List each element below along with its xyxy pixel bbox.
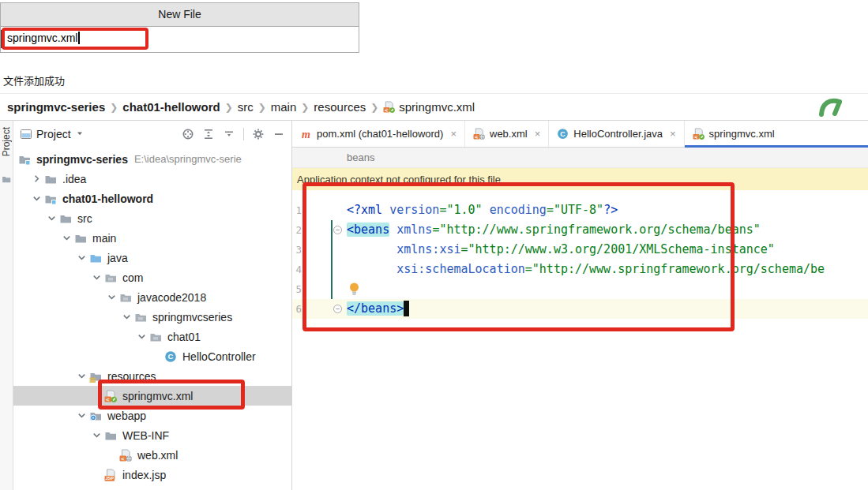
line-number: 2: [292, 220, 302, 240]
project-panel: Project springmvc-seriesE:\idea\springmv…: [13, 121, 291, 490]
chevron-expanded-icon[interactable]: [88, 271, 104, 283]
chevron-expanded-icon[interactable]: [28, 193, 44, 204]
chevron-expanded-icon[interactable]: [103, 291, 119, 303]
collapse-all-icon[interactable]: [223, 128, 235, 140]
line-number: 3: [292, 240, 302, 260]
editor: mpom.xml (chat01-helloword)×<web.xml×CHe…: [291, 121, 868, 490]
toolbar-divider: [243, 128, 244, 140]
code-line-4[interactable]: 4 xsi:schemaLocation="http://www.springf…: [292, 260, 868, 279]
tree-item-chat01[interactable]: chat01: [13, 327, 291, 346]
tree-item-web-inf[interactable]: WEB-INF: [13, 425, 291, 445]
tree-item-main[interactable]: main: [13, 228, 291, 248]
chevron-collapsed-icon[interactable]: [28, 173, 44, 185]
tree-item-chat01-helloword[interactable]: chat01-helloword: [13, 189, 291, 208]
chevron-expanded-icon[interactable]: [118, 311, 134, 323]
close-tab-icon[interactable]: ×: [670, 128, 676, 140]
tree-item-hellocontroller[interactable]: CHelloController: [13, 346, 291, 366]
xml-spring-icon: <: [693, 128, 705, 140]
green-pen-arrow-icon: [817, 95, 844, 122]
close-tab-icon[interactable]: ×: [535, 128, 541, 140]
tree-item-springmvc-xml[interactable]: <springmvc.xml: [13, 386, 291, 406]
chevron-expanded-icon[interactable]: [133, 331, 149, 342]
editor-tabs: mpom.xml (chat01-helloword)×<web.xml×CHe…: [292, 121, 868, 148]
chevron-expanded-icon[interactable]: [73, 370, 89, 382]
tree-item-com[interactable]: com: [13, 267, 291, 287]
breadcrumb-item-src[interactable]: src: [238, 100, 254, 114]
tree-item-resources[interactable]: resources: [13, 366, 291, 386]
chevron-expanded-icon[interactable]: [58, 232, 74, 244]
tree-item-springmvcseries[interactable]: springmvcseries: [13, 307, 291, 327]
code-line-5[interactable]: 5: [292, 279, 868, 299]
code-line-6[interactable]: 6−</beans>: [292, 299, 868, 319]
breadcrumb-item-main[interactable]: main: [271, 100, 297, 114]
tree-item-index-jsp[interactable]: JSPindex.jsp: [13, 465, 291, 484]
svg-text:C: C: [168, 352, 174, 361]
package-icon: [104, 271, 118, 284]
editor-caret: [404, 301, 409, 316]
tree-item-web-xml[interactable]: <web.xml: [13, 445, 291, 465]
context-warning-banner: Application context not configured for t…: [292, 168, 868, 190]
tree-item-javacode2018[interactable]: javacode2018: [13, 287, 291, 307]
code-text: xmlns:xsi="http://www.w3.org/2001/XMLSch…: [347, 240, 775, 260]
tree-item-idea[interactable]: .idea: [13, 169, 291, 189]
tree-item-springmvc-series[interactable]: springmvc-seriesE:\idea\springmvc-serie: [13, 149, 291, 169]
filename-input[interactable]: springmvc.xml: [1, 27, 359, 52]
tree-item-label: src: [77, 212, 92, 225]
tree-item-label: springmvc.xml: [122, 390, 193, 402]
breadcrumb-item-chat01-helloword[interactable]: chat01-helloword: [122, 100, 220, 114]
code-line-3[interactable]: 3 xmlns:xsi="http://www.w3.org/2001/XMLS…: [292, 240, 868, 260]
code-area[interactable]: 1<?xml version="1.0" encoding="UTF-8"?>2…: [292, 190, 868, 319]
expand-all-icon[interactable]: [202, 128, 215, 140]
xml-web-icon: <: [119, 449, 133, 462]
editor-tab-pom-xml-chat01-helloword[interactable]: mpom.xml (chat01-helloword)×: [292, 121, 465, 147]
dialog-title: New File: [1, 3, 359, 27]
status-text: 文件添加成功: [3, 73, 65, 88]
chevron-expanded-icon[interactable]: [43, 212, 59, 224]
project-panel-title[interactable]: Project: [36, 128, 71, 140]
tree-item-label: javacode2018: [137, 291, 206, 304]
tree-item-label: main: [92, 232, 116, 245]
fold-marker-icon[interactable]: −: [333, 305, 342, 313]
tab-label: HelloController.java: [573, 128, 663, 140]
package-icon: [149, 331, 163, 343]
project-stripe-tab[interactable]: Project: [1, 127, 12, 156]
editor-tab-web-xml[interactable]: <web.xml×: [465, 121, 549, 147]
svg-text:C: C: [561, 130, 566, 138]
chevron-expanded-icon[interactable]: [73, 410, 89, 421]
tab-label: web.xml: [490, 128, 528, 140]
tree-item-java[interactable]: java: [13, 248, 291, 267]
hide-icon[interactable]: [272, 128, 285, 140]
tree-item-label: java: [107, 252, 128, 264]
tree-item-label: .idea: [62, 173, 86, 185]
tree-item-webapp[interactable]: webapp: [13, 406, 291, 425]
editor-tab-springmvc-xml[interactable]: <springmvc.xml: [685, 121, 868, 147]
svg-text:<: <: [693, 133, 697, 140]
svg-text:<: <: [106, 395, 110, 402]
code-line-2[interactable]: 2−<beans xmlns="http://www.springframewo…: [292, 220, 868, 240]
svg-text:<: <: [475, 133, 478, 140]
tree-item-label: web.xml: [137, 449, 178, 462]
chevron-down-icon[interactable]: [75, 127, 85, 141]
dialog-edge-notch: [1, 30, 4, 48]
line-number: 1: [292, 200, 302, 220]
breadcrumb-item-springmvc-xml[interactable]: <springmvc.xml: [383, 100, 475, 114]
locate-icon[interactable]: [182, 128, 194, 140]
close-tab-icon[interactable]: ×: [450, 128, 457, 140]
stripe-folder-icon: [2, 173, 11, 187]
breadcrumb-separator-icon: ❯: [225, 102, 233, 113]
xml-spring-icon: <: [104, 390, 118, 402]
tree-item-clipped[interactable]: [13, 484, 291, 490]
code-text: xsi:schemaLocation="http://www.springfra…: [347, 260, 825, 279]
chevron-expanded-icon[interactable]: [88, 429, 104, 441]
fold-marker-icon[interactable]: −: [333, 226, 342, 234]
chevron-expanded-icon[interactable]: [73, 252, 89, 264]
code-line-1[interactable]: 1<?xml version="1.0" encoding="UTF-8"?>: [292, 200, 868, 220]
line-number: 6: [292, 299, 302, 319]
tree-item-src[interactable]: src: [13, 208, 291, 228]
editor-breadcrumb[interactable]: beans: [292, 148, 868, 168]
text-caret: [78, 32, 80, 44]
editor-tab-hellocontroller-java[interactable]: CHelloController.java×: [549, 121, 684, 147]
breadcrumb-item-springmvc-series[interactable]: springmvc-series: [7, 100, 105, 114]
settings-icon[interactable]: [252, 128, 265, 140]
breadcrumb-item-resources[interactable]: resources: [314, 100, 366, 114]
